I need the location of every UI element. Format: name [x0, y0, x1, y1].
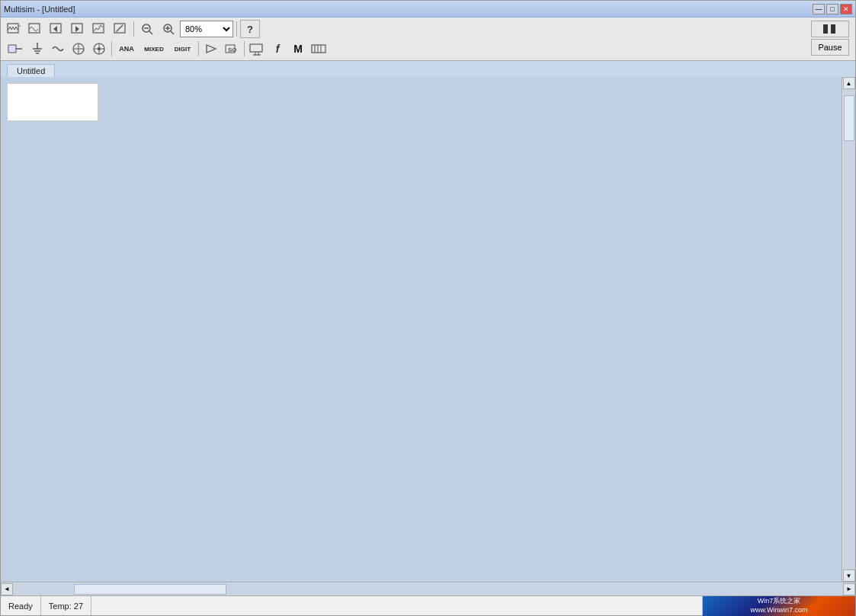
- watermark-text: Win7系统之家 www.Winwin7.com: [750, 597, 807, 614]
- main-area: Untitled ▲ ▼ ◄ ►: [1, 61, 855, 595]
- toolbars-right: Pause: [811, 21, 849, 56]
- mem-label: M: [293, 43, 303, 55]
- zoom-select[interactable]: 80% 25% 50% 100% 125% 150% 200%: [180, 21, 233, 37]
- digital-btn[interactable]: DIGIT: [169, 40, 196, 58]
- back-btn[interactable]: [46, 20, 66, 38]
- title-bar-controls: — □ ✕: [813, 4, 852, 14]
- title-bar-left: Multisim - [Untitled]: [4, 5, 75, 14]
- buffer-btn[interactable]: [201, 40, 221, 58]
- svg-rect-7: [93, 24, 104, 33]
- status-bar: Ready Temp: 27 Win7系统之家 www.Winwin7.com: [1, 595, 855, 615]
- zoom-in-icon: [162, 22, 175, 36]
- minimize-button[interactable]: —: [813, 4, 825, 14]
- toolbar-wrapper: 80% 25% 50% 100% 125% 150% 200% ?: [4, 19, 852, 59]
- svg-line-9: [117, 25, 123, 31]
- horizontal-scrollbar: ◄ ►: [1, 582, 855, 595]
- wire-icon: [51, 42, 65, 56]
- mixed-label: MIXED: [144, 46, 163, 53]
- mixed-btn[interactable]: MIXED: [139, 40, 168, 58]
- display-icon: [248, 42, 265, 56]
- svg-point-30: [98, 47, 101, 50]
- graph-icon: [92, 22, 106, 36]
- buffer-icon: [204, 42, 218, 56]
- bus-icon: [92, 42, 106, 56]
- svg-rect-34: [250, 44, 262, 52]
- svg-rect-2: [29, 24, 40, 33]
- vscroll-track[interactable]: [843, 89, 855, 569]
- svg-rect-18: [8, 45, 16, 53]
- func-label: f: [276, 43, 280, 55]
- hscroll-thumb[interactable]: [74, 584, 226, 595]
- temp-status: Temp: 27: [41, 596, 91, 615]
- wire-btn[interactable]: [48, 40, 68, 58]
- toolbar-sep-4: [198, 41, 199, 56]
- place-wire-btn[interactable]: [4, 40, 27, 58]
- zoom-out-icon: [140, 22, 154, 36]
- maximize-button[interactable]: □: [826, 4, 838, 14]
- run-stop-btn[interactable]: [811, 21, 849, 37]
- ready-status: Ready: [1, 596, 41, 615]
- window-title: Multisim - [Untitled]: [4, 5, 75, 14]
- xor-btn[interactable]: SO: [222, 40, 242, 58]
- status-spacer: [91, 596, 703, 615]
- ground-icon: [30, 41, 44, 56]
- crossprobe-btn[interactable]: [69, 40, 88, 58]
- canvas-inner: [1, 77, 842, 127]
- toolbar-row-1: 80% 25% 50% 100% 125% 150% 200% ?: [4, 19, 852, 39]
- analog-label: ANA: [119, 45, 134, 53]
- canvas-scroll-area[interactable]: [1, 77, 842, 582]
- svg-rect-43: [831, 24, 835, 34]
- toolbar-sep-5: [244, 41, 245, 56]
- tab-untitled[interactable]: Untitled: [7, 64, 55, 77]
- toolbar-row-2: ANA MIXED DIGIT: [4, 39, 852, 59]
- svg-rect-38: [312, 45, 325, 53]
- design-canvas: [7, 83, 98, 121]
- toolbar-sep-3: [111, 41, 112, 56]
- wave-tool-btn[interactable]: [25, 20, 45, 38]
- toolbar-container: 80% 25% 50% 100% 125% 150% 200% ?: [1, 18, 855, 61]
- watermark-line1: Win7系统之家: [750, 597, 807, 606]
- hscroll-right-btn[interactable]: ►: [843, 583, 855, 595]
- place-icon: [7, 41, 24, 56]
- svg-marker-4: [53, 26, 57, 32]
- svg-marker-31: [207, 45, 216, 53]
- waveform-tool-btn[interactable]: [4, 20, 24, 38]
- hscroll-track[interactable]: [13, 583, 843, 595]
- watermark-area: Win7系统之家 www.Winwin7.com: [703, 596, 855, 616]
- bus-btn[interactable]: [89, 40, 109, 58]
- ground-btn[interactable]: [27, 40, 47, 58]
- canvas-container: ▲ ▼: [1, 77, 855, 582]
- svg-rect-42: [823, 24, 828, 34]
- toolbar-sep-1: [133, 21, 134, 37]
- back-icon: [50, 22, 63, 36]
- vscroll-down-btn[interactable]: ▼: [843, 569, 855, 582]
- svg-line-15: [171, 31, 174, 34]
- main-window: Multisim - [Untitled] — □ ✕: [0, 0, 856, 616]
- xor-icon: SO: [224, 42, 239, 56]
- vscroll-thumb[interactable]: [844, 95, 854, 141]
- graph-btn[interactable]: [89, 20, 109, 38]
- watermark-line2: www.Winwin7.com: [750, 606, 807, 615]
- oscilloscope-icon: [7, 22, 21, 36]
- digital-label: DIGIT: [175, 46, 191, 53]
- crossprobe-icon: [72, 42, 85, 56]
- func-btn[interactable]: f: [268, 40, 287, 58]
- forward-btn[interactable]: [68, 20, 88, 38]
- vscroll-up-btn[interactable]: ▲: [843, 77, 855, 89]
- toolbars-left: 80% 25% 50% 100% 125% 150% 200% ?: [4, 19, 852, 59]
- forward-icon: [71, 22, 85, 36]
- tab-bar: Untitled: [1, 61, 855, 77]
- edit-btn[interactable]: [111, 20, 130, 38]
- misc-btn[interactable]: [309, 40, 329, 58]
- mem-btn[interactable]: M: [288, 40, 308, 58]
- pause-btn[interactable]: Pause: [811, 39, 849, 56]
- wave-icon: [28, 22, 42, 36]
- help-btn[interactable]: ?: [240, 20, 260, 38]
- analog-btn[interactable]: ANA: [114, 40, 139, 58]
- display-btn[interactable]: [247, 40, 267, 58]
- close-button[interactable]: ✕: [840, 4, 852, 14]
- zoom-in-btn[interactable]: [159, 20, 178, 38]
- hscroll-left-btn[interactable]: ◄: [1, 583, 13, 595]
- zoom-out-btn[interactable]: [137, 20, 157, 38]
- edit-icon: [114, 22, 127, 36]
